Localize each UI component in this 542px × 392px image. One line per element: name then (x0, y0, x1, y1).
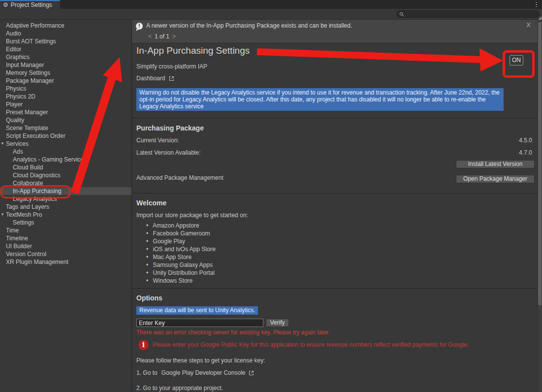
sidebar-item-label: Physics 2D (6, 93, 35, 100)
page-subtitle: Simplify cross-platform IAP (136, 63, 207, 70)
sidebar-item-label: Cloud Build (13, 164, 43, 171)
page-title: In-App Purchasing Settings (136, 45, 250, 56)
notification-bubble-icon: ! (136, 23, 143, 30)
sidebar-item[interactable]: Package Manager (0, 77, 131, 85)
sidebar-item[interactable]: Burst AOT Settings (0, 37, 131, 45)
sidebar-item[interactable]: Timeline (0, 234, 131, 242)
sidebar-item-label: Scene Template (6, 125, 48, 131)
banner-message: A newer version of the In-App Purchasing… (146, 22, 352, 29)
store-list-item: Unity Distribution Portal (146, 269, 216, 277)
latest-version-label: Latest Version Available: (136, 149, 201, 156)
sidebar-item[interactable]: Cloud Build (0, 163, 131, 171)
sidebar-item[interactable]: Memory Settings (0, 69, 131, 77)
gear-icon: ⚙ (3, 2, 8, 8)
sidebar-item[interactable]: Collaborate (0, 179, 131, 187)
sidebar-item[interactable]: In-App Purchasing (0, 187, 131, 195)
store-list-item: Facebook Gameroom (146, 229, 216, 237)
sidebar-item-label: Ads (13, 148, 23, 155)
kebab-menu-icon[interactable]: ⋮ (533, 0, 539, 8)
store-list-item: Google Play (146, 237, 216, 245)
scrollbar-thumb[interactable] (538, 22, 542, 305)
settings-sidebar: Adaptive Performance Audio Burst AOT Set… (0, 20, 131, 392)
sidebar-item-label: Quality (6, 117, 24, 124)
sidebar-item[interactable]: Legacy Analytics (0, 195, 131, 203)
sidebar-item[interactable]: Editor (0, 45, 131, 53)
sidebar-item[interactable]: Preset Manager (0, 108, 131, 116)
sidebar-item[interactable]: Scene Template (0, 124, 131, 132)
sidebar-item[interactable]: Analytics - Gaming Services (0, 156, 131, 163)
sidebar-item[interactable]: Audio (0, 30, 131, 37)
sidebar-item-label: Input Manager (6, 62, 44, 68)
sidebar-item-label: Player (6, 101, 23, 108)
legacy-analytics-warning: Warning do not disable the Legacy Analyt… (136, 88, 504, 111)
dashboard-link-label: Dashboard (136, 75, 165, 82)
sidebar-item-label: Collaborate (13, 180, 43, 187)
open-package-manager-button[interactable]: Open Package Manager (456, 175, 535, 183)
steps-intro: Please follow these steps to get your li… (136, 357, 265, 364)
step-2: 2. Go to your appropriate project. (136, 385, 223, 392)
sidebar-item-label: Graphics (6, 54, 30, 61)
store-name: iOS and tvOs App Store (153, 246, 216, 253)
welcome-heading: Welcome (136, 199, 166, 207)
key-check-error-text: There was an error checking server for e… (136, 329, 330, 336)
sidebar-item[interactable]: TextMesh Pro (0, 211, 131, 219)
step-1: 1. Go to Google Play Developer Console (136, 369, 255, 376)
iap-toggle-on-button[interactable]: ON (510, 55, 523, 65)
tab-project-settings[interactable]: ⚙ Project Settings (0, 0, 60, 9)
store-list-item: Samsung Galaxy Apps (146, 261, 216, 269)
sidebar-item[interactable]: Input Manager (0, 61, 131, 69)
sidebar-item-label: Preset Manager (6, 109, 48, 116)
store-name: Unity Distribution Portal (153, 269, 215, 276)
sidebar-item-label: Cloud Diagnostics (13, 172, 61, 179)
window-tab-bar: ⚙ Project Settings ⋮ (0, 0, 542, 9)
sidebar-item-label: Script Execution Order (6, 132, 65, 139)
sidebar-item[interactable]: Script Execution Order (0, 132, 131, 140)
sidebar-item-label: Services (6, 140, 29, 147)
sidebar-item[interactable]: Settings (0, 219, 131, 227)
settings-toolbar (0, 9, 542, 20)
search-input[interactable] (404, 11, 534, 18)
banner-pager: < 1 of 1 > (148, 33, 176, 40)
sidebar-item-label: Editor (6, 46, 21, 53)
sidebar-item-label: UI Builder (6, 243, 32, 250)
google-play-console-link[interactable]: Google Play Developer Console (161, 369, 246, 376)
iap-settings-panel: ! A newer version of the In-App Purchasi… (132, 20, 538, 392)
pager-next-button[interactable]: > (172, 33, 176, 40)
sidebar-item-label: Version Control (6, 251, 46, 258)
current-version-label: Current Version: (136, 137, 179, 144)
error-info-icon: i (138, 340, 149, 350)
sidebar-item[interactable]: Player (0, 100, 131, 108)
sidebar-item[interactable]: Physics 2D (0, 93, 131, 100)
pager-prev-button[interactable]: < (148, 33, 152, 40)
sidebar-item-label: Timeline (6, 235, 28, 242)
banner-close-button[interactable]: X (526, 21, 531, 29)
sidebar-item[interactable]: Time (0, 227, 131, 234)
sidebar-item[interactable]: Version Control (0, 250, 131, 258)
sidebar-item-label: Adaptive Performance (6, 22, 64, 29)
store-list-item: Windows Store (146, 277, 216, 285)
sidebar-item[interactable]: UI Builder (0, 242, 131, 250)
sidebar-item[interactable]: Graphics (0, 53, 131, 61)
sidebar-item[interactable]: Cloud Diagnostics (0, 171, 131, 179)
store-list-item: Mac App Store (146, 253, 216, 261)
pager-label: 1 of 1 (155, 33, 169, 40)
sidebar-item[interactable]: Physics (0, 85, 131, 93)
license-key-input[interactable] (136, 319, 263, 327)
sidebar-item[interactable]: Tags and Layers (0, 203, 131, 211)
dashboard-link[interactable]: Dashboard (136, 75, 175, 82)
step-1-prefix: 1. Go to (136, 369, 158, 376)
sidebar-item[interactable]: XR Plugin Management (0, 258, 131, 266)
sidebar-item[interactable]: Services (0, 140, 131, 148)
install-latest-version-button[interactable]: Install Latest Version (456, 160, 535, 168)
section-divider (132, 288, 538, 289)
sidebar-item-label: Settings (13, 219, 34, 226)
sidebar-item[interactable]: Adaptive Performance (0, 22, 131, 30)
search-box[interactable] (396, 10, 540, 18)
verify-button[interactable]: Verify (266, 319, 289, 327)
sidebar-item[interactable]: Ads (0, 148, 131, 156)
sidebar-item-label: Time (6, 227, 19, 234)
section-divider (132, 118, 538, 118)
tab-title: Project Settings (11, 1, 52, 8)
sidebar-item[interactable]: Quality (0, 116, 131, 124)
search-icon (399, 12, 404, 17)
